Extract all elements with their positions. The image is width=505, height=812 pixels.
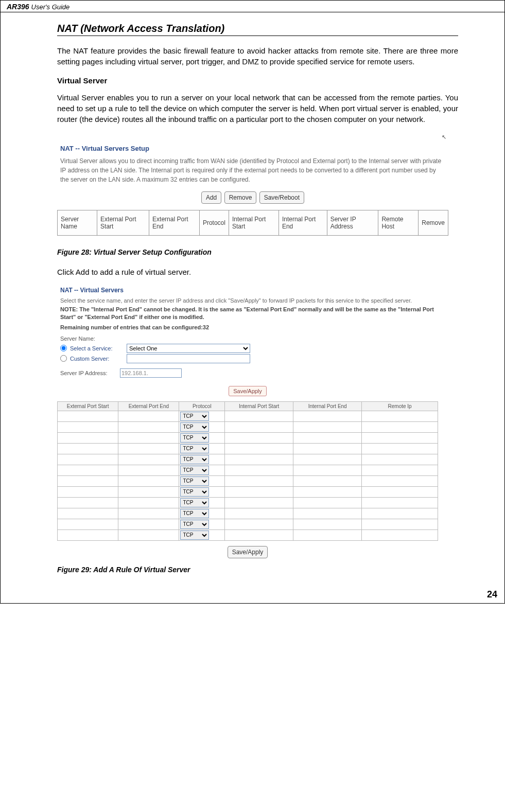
port-input[interactable]	[362, 444, 438, 453]
port-input[interactable]	[58, 444, 118, 453]
vs-table-header-row: Server Name External Port Start External…	[58, 210, 448, 236]
service-select[interactable]: Select One	[127, 344, 250, 353]
port-cell	[58, 529, 118, 540]
port-input[interactable]	[225, 412, 293, 421]
port-input[interactable]	[118, 487, 179, 497]
port-cell	[118, 432, 179, 443]
port-input[interactable]	[118, 466, 179, 475]
protocol-select[interactable]: TCP	[180, 487, 209, 497]
save-apply-button-top[interactable]: Save/Apply	[229, 386, 267, 396]
port-input[interactable]	[58, 412, 118, 421]
section-title: NAT (Network Access Translation)	[57, 23, 458, 36]
custom-server-radio[interactable]	[60, 355, 67, 362]
port-input[interactable]	[362, 412, 438, 421]
port-input[interactable]	[118, 509, 179, 518]
port-input[interactable]	[58, 476, 118, 486]
port-input[interactable]	[362, 466, 438, 475]
port-input[interactable]	[293, 520, 361, 529]
remove-button[interactable]: Remove	[224, 191, 257, 204]
port-input[interactable]	[118, 531, 179, 540]
port-cell	[293, 508, 362, 519]
port-input[interactable]	[362, 433, 438, 443]
save-apply-row: Save/Apply	[57, 386, 438, 396]
port-input[interactable]	[118, 520, 179, 529]
port-input[interactable]	[118, 455, 179, 464]
port-input[interactable]	[362, 498, 438, 507]
port-input[interactable]	[225, 520, 293, 529]
port-input[interactable]	[362, 509, 438, 518]
protocol-select[interactable]: TCP	[180, 433, 209, 443]
port-input[interactable]	[118, 498, 179, 507]
port-cell	[293, 443, 362, 454]
port-input[interactable]	[225, 476, 293, 486]
port-input[interactable]	[118, 444, 179, 453]
port-input[interactable]	[225, 509, 293, 518]
save-reboot-button[interactable]: Save/Reboot	[259, 191, 304, 204]
port-input[interactable]	[362, 455, 438, 464]
port-input[interactable]	[58, 509, 118, 518]
port-input[interactable]	[58, 531, 118, 540]
port-input[interactable]	[293, 487, 361, 497]
port-input[interactable]	[58, 422, 118, 432]
port-input[interactable]	[118, 422, 179, 432]
port-input[interactable]	[58, 455, 118, 464]
port-input[interactable]	[225, 498, 293, 507]
protocol-select[interactable]: TCP	[180, 531, 209, 540]
port-input[interactable]	[362, 531, 438, 540]
port-input[interactable]	[293, 466, 361, 475]
port-input[interactable]	[293, 498, 361, 507]
protocol-select[interactable]: TCP	[180, 476, 209, 486]
port-input[interactable]	[362, 422, 438, 432]
port-input[interactable]	[225, 422, 293, 432]
port-input[interactable]	[362, 520, 438, 529]
port-input[interactable]	[225, 433, 293, 443]
port-input[interactable]	[293, 509, 361, 518]
port-input[interactable]	[225, 444, 293, 453]
server-ip-input[interactable]	[120, 368, 182, 378]
add-button[interactable]: Add	[201, 191, 221, 204]
port-table-row: TCP	[58, 454, 438, 465]
port-input[interactable]	[293, 433, 361, 443]
protocol-select[interactable]: TCP	[180, 412, 209, 421]
port-input[interactable]	[225, 531, 293, 540]
protocol-select[interactable]: TCP	[180, 498, 209, 507]
port-cell	[225, 529, 293, 540]
port-input[interactable]	[118, 433, 179, 443]
protocol-select[interactable]: TCP	[180, 422, 209, 432]
port-input[interactable]	[293, 476, 361, 486]
port-input[interactable]	[58, 487, 118, 497]
protocol-select[interactable]: TCP	[180, 444, 209, 453]
port-input[interactable]	[118, 476, 179, 486]
port-input[interactable]	[225, 487, 293, 497]
col-server-name: Server Name	[58, 210, 97, 236]
port-cell: TCP	[179, 421, 225, 432]
port-input[interactable]	[58, 498, 118, 507]
port-input[interactable]	[118, 412, 179, 421]
port-input[interactable]	[225, 455, 293, 464]
port-input[interactable]	[225, 466, 293, 475]
col-int-port-start: Internal Port Start	[229, 210, 278, 236]
server-ip-label: Server IP Address:	[60, 370, 120, 376]
port-cell	[225, 465, 293, 475]
port-input[interactable]	[58, 433, 118, 443]
port-input[interactable]	[58, 520, 118, 529]
select-service-radio[interactable]	[60, 345, 67, 351]
save-apply-button-bottom[interactable]: Save/Apply	[228, 546, 268, 558]
port-input[interactable]	[293, 412, 361, 421]
port-input[interactable]	[293, 444, 361, 453]
port-input[interactable]	[362, 476, 438, 486]
port-input[interactable]	[58, 466, 118, 475]
port-cell	[58, 454, 118, 465]
port-input[interactable]	[362, 487, 438, 497]
port-input[interactable]	[293, 531, 361, 540]
protocol-select[interactable]: TCP	[180, 509, 209, 518]
protocol-select[interactable]: TCP	[180, 520, 209, 529]
custom-server-input[interactable]	[127, 354, 250, 363]
port-table-row: TCP	[58, 519, 438, 529]
protocol-select[interactable]: TCP	[180, 466, 209, 475]
port-cell	[362, 454, 438, 465]
port-cell	[58, 443, 118, 454]
port-input[interactable]	[293, 422, 361, 432]
port-input[interactable]	[293, 455, 361, 464]
protocol-select[interactable]: TCP	[180, 455, 209, 464]
